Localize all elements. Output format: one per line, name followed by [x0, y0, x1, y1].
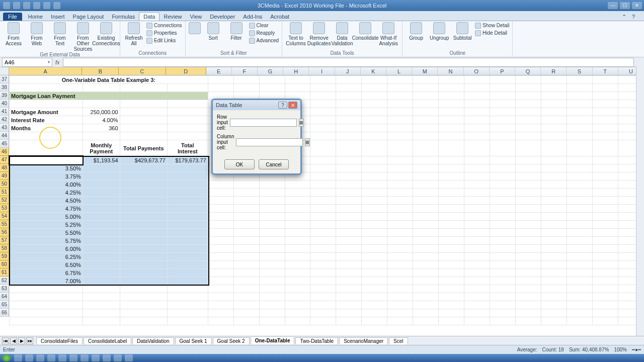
cell[interactable] [208, 301, 233, 309]
cell[interactable] [439, 76, 464, 84]
cell[interactable] [516, 140, 541, 156]
sheet-tab[interactable]: Goal Seek 1 [175, 337, 212, 344]
cell[interactable] [285, 189, 310, 197]
cell[interactable] [167, 253, 208, 261]
cell[interactable] [233, 84, 259, 92]
cell[interactable] [387, 253, 413, 261]
zoom-slider[interactable]: ━●━ [632, 347, 641, 352]
cell[interactable] [567, 124, 593, 132]
taskbar-icon[interactable] [25, 354, 33, 361]
cell[interactable] [592, 84, 618, 92]
cell[interactable] [362, 253, 387, 261]
filter-button[interactable]: Filter [226, 22, 247, 41]
cell[interactable] [259, 317, 285, 325]
cell[interactable] [516, 189, 541, 197]
cell[interactable]: 5.50% [10, 229, 83, 237]
row-header[interactable]: 47 [0, 156, 9, 164]
cell[interactable] [233, 189, 259, 197]
cell[interactable] [464, 100, 490, 108]
cell[interactable] [10, 301, 83, 309]
cell[interactable] [167, 309, 208, 317]
sheet-tab[interactable]: DataValidation [132, 337, 174, 344]
row-header[interactable]: 51 [0, 188, 9, 196]
cell[interactable] [310, 172, 336, 180]
cell[interactable] [208, 237, 233, 245]
cell[interactable] [362, 124, 387, 132]
cell[interactable] [362, 92, 387, 100]
tab-page-layout[interactable]: Page Layout [69, 13, 108, 21]
cell[interactable] [464, 293, 490, 301]
cell[interactable] [362, 245, 387, 253]
cell[interactable] [285, 213, 310, 221]
cell[interactable] [464, 237, 490, 245]
minimize-button[interactable]: — [608, 2, 618, 9]
cell[interactable] [362, 172, 387, 180]
cell[interactable] [592, 213, 618, 221]
cell[interactable] [567, 213, 593, 221]
cell[interactable] [336, 100, 362, 108]
cell[interactable] [336, 92, 362, 100]
tab-developer[interactable]: Developer [206, 13, 239, 21]
cell[interactable] [439, 317, 464, 325]
cell[interactable] [439, 293, 464, 301]
cell[interactable] [516, 205, 541, 213]
cell[interactable] [592, 205, 618, 213]
cell[interactable] [592, 76, 618, 84]
cell[interactable] [592, 221, 618, 229]
cell[interactable] [413, 180, 439, 189]
col-header[interactable]: M [412, 67, 438, 75]
cell[interactable] [310, 84, 336, 92]
cell[interactable] [362, 309, 387, 317]
cell[interactable] [336, 140, 362, 156]
cell[interactable] [336, 205, 362, 213]
tab-acrobat[interactable]: Acrobat [266, 13, 293, 21]
from-web-button[interactable]: From Web [26, 22, 47, 46]
sheet-tab[interactable]: ConsolidateFiles [36, 337, 83, 344]
cell[interactable] [336, 309, 362, 317]
reapply-button[interactable]: Reapply [249, 30, 279, 37]
cell[interactable] [310, 164, 336, 172]
cell[interactable] [592, 172, 618, 180]
row-header[interactable]: 59 [0, 252, 9, 260]
cell[interactable] [336, 180, 362, 189]
cell[interactable] [439, 156, 464, 164]
cell[interactable] [387, 309, 413, 317]
cell[interactable] [83, 229, 120, 237]
cell[interactable] [10, 140, 83, 156]
cell[interactable]: Total Payments [120, 140, 167, 156]
col-header[interactable]: L [386, 67, 412, 75]
cell[interactable] [259, 293, 285, 301]
cell[interactable] [541, 213, 567, 221]
cell[interactable] [233, 269, 259, 277]
cell[interactable] [541, 221, 567, 229]
cell[interactable] [362, 205, 387, 213]
cell[interactable] [167, 317, 208, 325]
hide-detail-button[interactable]: Hide Detail [475, 30, 509, 37]
tab-formulas[interactable]: Formulas [108, 13, 139, 21]
cell[interactable] [285, 197, 310, 205]
row-header[interactable]: 43 [0, 124, 9, 132]
cell[interactable]: One-Variable Data Table Example 3: [10, 76, 208, 84]
row-header[interactable]: 42 [0, 116, 9, 124]
cell[interactable] [541, 277, 567, 285]
row-header[interactable]: 39 [0, 92, 9, 100]
cell[interactable] [592, 92, 618, 100]
cell[interactable] [413, 285, 439, 293]
cell[interactable] [516, 253, 541, 261]
qat-icon[interactable] [43, 2, 50, 9]
row-header[interactable]: 50 [0, 180, 9, 188]
cell[interactable] [233, 245, 259, 253]
cell[interactable] [310, 301, 336, 309]
taskbar-icon[interactable] [58, 354, 66, 361]
cell[interactable] [439, 124, 464, 132]
row-header[interactable]: 55 [0, 220, 9, 228]
cell[interactable] [10, 84, 83, 92]
cell[interactable] [413, 317, 439, 325]
cell[interactable]: 5.00% [10, 213, 83, 221]
cell[interactable] [310, 261, 336, 269]
cell[interactable] [310, 156, 336, 164]
cell[interactable]: 4.00% [83, 116, 120, 124]
cell[interactable] [439, 164, 464, 172]
tab-view[interactable]: View [186, 13, 206, 21]
row-header[interactable]: 44 [0, 132, 9, 140]
